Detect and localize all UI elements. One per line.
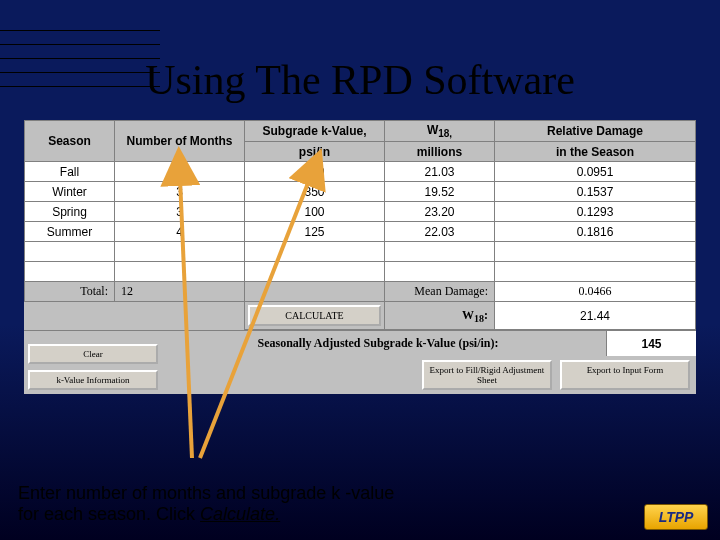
export-inputform-button[interactable]: Export to Input Form [560,360,690,390]
total-label: Total: [25,282,115,302]
ltpp-logo: LTPP [644,504,708,530]
slide-caption: Enter number of months and subgrade k -v… [18,483,398,526]
cell-dmg: 0.1816 [495,222,696,242]
col-kvalue: Subgrade k-Value, [245,121,385,142]
cell-dmg: 0.0951 [495,162,696,182]
col-w18: W18, [385,121,495,142]
bottom-button-row: Clear k-Value Information Export to Fill… [24,356,696,394]
total-months: 12 [115,282,245,302]
calc-row: CALCULATE W18: 21.44 [25,302,696,330]
cell-k[interactable]: 125 [245,222,385,242]
slide-title: Using The RPD Software [0,56,720,104]
cell-w18: 21.03 [385,162,495,182]
cell-season: Summer [25,222,115,242]
cell-season: Winter [25,182,115,202]
decor-line [0,30,160,31]
col-season: Season [25,121,115,162]
table-row-empty [25,242,696,262]
col-kvalue-unit: psi/in [245,142,385,162]
table-row: Winter 3 350 19.52 0.1537 [25,182,696,202]
decor-line [0,44,160,45]
table-row: Fall 2 160 21.03 0.0951 [25,162,696,182]
cell-w18: 19.52 [385,182,495,202]
table-row: Spring 3 100 23.20 0.1293 [25,202,696,222]
calculate-button[interactable]: CALCULATE [248,305,381,326]
seasonal-k-value: 145 [606,331,696,356]
cell-months[interactable]: 4 [115,222,245,242]
w18-result-value: 21.44 [495,302,696,330]
cell-k[interactable]: 350 [245,182,385,202]
cell-dmg: 0.1293 [495,202,696,222]
seasonal-k-label: Seasonally Adjusted Subgrade k-Value (ps… [150,336,606,351]
cell-season: Spring [25,202,115,222]
cell-months[interactable]: 3 [115,202,245,222]
cell-k[interactable]: 160 [245,162,385,182]
cell-w18: 23.20 [385,202,495,222]
seasons-table: Season Number of Months Subgrade k-Value… [24,120,696,330]
cell-months[interactable]: 2 [115,162,245,182]
col-damage-unit: in the Season [495,142,696,162]
table-row: Summer 4 125 22.03 0.1816 [25,222,696,242]
mean-damage-value: 0.0466 [495,282,696,302]
cell-months[interactable]: 3 [115,182,245,202]
col-w18-unit: millions [385,142,495,162]
rpd-panel: Season Number of Months Subgrade k-Value… [24,120,696,394]
kvalue-info-button[interactable]: k-Value Information [28,370,158,390]
col-months: Number of Months [115,121,245,162]
export-fill-button[interactable]: Export to Fill/Rigid Adjustment Sheet [422,360,552,390]
cell-season: Fall [25,162,115,182]
clear-button[interactable]: Clear [28,344,158,364]
table-row-empty [25,262,696,282]
col-damage: Relative Damage [495,121,696,142]
cell-k[interactable]: 100 [245,202,385,222]
total-row: Total: 12 Mean Damage: 0.0466 [25,282,696,302]
w18-result-label: W18: [385,302,495,330]
cell-dmg: 0.1537 [495,182,696,202]
cell-w18: 22.03 [385,222,495,242]
mean-damage-label: Mean Damage: [385,282,495,302]
